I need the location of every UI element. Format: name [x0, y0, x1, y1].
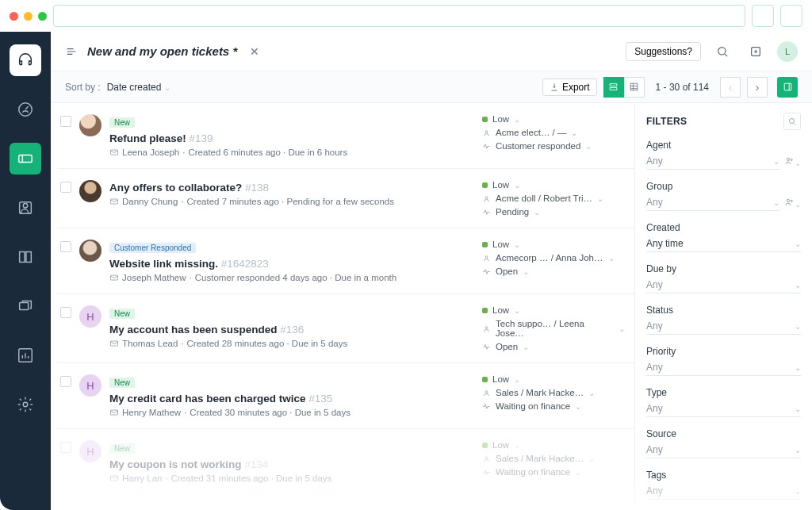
toggle-filters-button[interactable] [777, 77, 798, 98]
ticket-row[interactable]: HNewMy account has been suspended #136Th… [57, 294, 634, 363]
ticket-checkbox[interactable] [60, 307, 71, 318]
assignee-field[interactable]: Acmecorp … / Anna Joh…⌄ [482, 253, 625, 263]
ticket-title[interactable]: My credit card has been charged twice #1… [109, 393, 332, 405]
ticket-timing: Created 6 minutes ago · Due in 6 hours [188, 148, 347, 157]
sidebar-nav [0, 32, 51, 510]
ticket-checkbox[interactable] [60, 442, 71, 453]
priority-field[interactable]: Low⌄ [482, 240, 625, 249]
priority-field[interactable]: Low⌄ [482, 440, 625, 450]
card-view-button[interactable] [603, 77, 624, 98]
sidebar-item-brand[interactable] [10, 44, 41, 76]
source-icon [109, 148, 119, 157]
status-field[interactable]: Waiting on finance⌄ [482, 401, 625, 411]
filter-group-tags: TagsAny⌄ [646, 470, 801, 500]
filter-select[interactable]: Any⌄ [646, 483, 801, 500]
ticket-row[interactable]: NewRefund please! #139Leena Joseph · Cre… [57, 103, 634, 169]
priority-field[interactable]: Low⌄ [482, 305, 625, 315]
export-button[interactable]: Export [542, 79, 597, 96]
filter-select[interactable]: Any⌄ [646, 153, 779, 170]
filter-label: Group [646, 181, 801, 192]
url-bar[interactable] [53, 5, 745, 27]
priority-field[interactable]: Low⌄ [482, 114, 625, 124]
filter-select[interactable]: Any⌄ [646, 318, 801, 335]
sidebar-item-reports[interactable] [10, 339, 41, 371]
gauge-icon [17, 101, 34, 118]
ticket-list[interactable]: NewRefund please! #139Leena Joseph · Cre… [51, 103, 634, 510]
filter-select[interactable]: Any⌄ [646, 442, 801, 458]
ticket-checkbox[interactable] [60, 241, 71, 252]
status-field[interactable]: Waiting on finance⌄ [482, 467, 625, 477]
prev-page-button[interactable]: ‹ [720, 77, 741, 98]
ticket-row[interactable]: Customer RespondedWebsite link missing. … [57, 228, 634, 294]
ticket-checkbox[interactable] [60, 182, 71, 193]
filter-select[interactable]: Any⌄ [646, 277, 801, 293]
assignee-field[interactable]: Acme doll / Robert Tri…⌄ [482, 194, 625, 203]
assignee-field[interactable]: Sales / Mark Hacke…⌄ [482, 454, 625, 463]
status-field[interactable]: Customer responded⌄ [482, 141, 625, 151]
sidebar-item-settings[interactable] [10, 389, 41, 420]
sidebar-item-tickets[interactable] [10, 143, 41, 174]
chrome-button-1[interactable] [752, 5, 774, 27]
sidebar-item-solutions[interactable] [10, 241, 41, 273]
chrome-button-2[interactable] [780, 5, 802, 27]
menu-icon[interactable] [65, 45, 78, 58]
plus-box-icon [749, 45, 762, 58]
assignee-field[interactable]: Acme elect… / —⌄ [482, 128, 625, 137]
new-button[interactable] [744, 40, 768, 63]
svg-point-16 [485, 196, 488, 198]
ticket-meta: Joseph Mathew · Customer responded 4 day… [109, 273, 474, 282]
search-icon [787, 117, 797, 126]
user-icon [482, 454, 491, 463]
ticket-title[interactable]: Website link missing. #1642823 [109, 258, 269, 270]
pagination-text: 1 - 30 of 114 [651, 82, 714, 93]
table-view-button[interactable] [624, 77, 645, 98]
filter-me-toggle[interactable]: ⌄ [784, 155, 801, 169]
sidebar-item-dashboard[interactable] [10, 94, 41, 125]
priority-field[interactable]: Low⌄ [482, 374, 625, 384]
ticket-badge: New [109, 117, 135, 128]
content-row: NewRefund please! #139Leena Joseph · Cre… [51, 103, 812, 510]
ticket-row[interactable]: HNewMy coupon is not working #134Harry L… [57, 429, 634, 495]
assignee-field[interactable]: Tech suppo… / Leena Jose…⌄ [482, 319, 625, 338]
profile-avatar[interactable]: L [777, 41, 798, 62]
card-view-icon [608, 82, 619, 92]
filter-me-toggle[interactable]: ⌄ [784, 196, 801, 210]
filter-select[interactable]: Any⌄ [646, 401, 801, 417]
requester-avatar [79, 180, 102, 202]
ticket-row[interactable]: Any offers to collaborate? #138Danny Chu… [57, 169, 634, 228]
assignee-field[interactable]: Sales / Mark Hacke…⌄ [482, 388, 625, 397]
priority-field[interactable]: Low⌄ [482, 180, 625, 190]
ticket-properties: Low⌄Acmecorp … / Anna Joh…⌄Open⌄ [482, 240, 625, 282]
sidebar-item-contacts[interactable] [10, 192, 41, 224]
user-icon [482, 389, 491, 397]
filters-search-button[interactable] [783, 113, 801, 130]
filter-select[interactable]: Any time⌄ [646, 236, 801, 252]
filter-label: Tags [646, 470, 801, 481]
layers-icon [17, 297, 34, 315]
minimize-window[interactable] [24, 12, 33, 21]
filter-select[interactable]: Any⌄ [646, 194, 779, 211]
ticket-title[interactable]: My account has been suspended #136 [109, 324, 304, 336]
sidebar-item-chat[interactable] [10, 290, 41, 322]
sort-by-value[interactable]: Date created ⌄ [107, 82, 170, 93]
ticket-checkbox[interactable] [60, 116, 71, 127]
status-field[interactable]: Open⌄ [482, 342, 625, 351]
close-window[interactable] [10, 12, 18, 21]
close-view-button[interactable]: ✕ [247, 44, 262, 59]
ticket-meta: Harry Lan · Created 31 minutes ago · Due… [109, 474, 474, 483]
suggestions-button[interactable]: Suggestions? [626, 42, 701, 61]
ticket-row[interactable]: HNewMy credit card has been charged twic… [57, 363, 634, 429]
ticket-title[interactable]: Any offers to collaborate? #138 [109, 182, 269, 194]
search-button[interactable] [710, 40, 734, 63]
user-icon [482, 324, 491, 333]
filter-select[interactable]: Any⌄ [646, 359, 801, 376]
maximize-window[interactable] [38, 12, 47, 21]
ticket-title[interactable]: My coupon is not working #134 [109, 458, 268, 470]
ticket-title[interactable]: Refund please! #139 [109, 132, 213, 144]
view-toggle [603, 77, 645, 98]
ticket-checkbox[interactable] [60, 376, 71, 387]
ticket-body: NewMy account has been suspended #136Tho… [109, 305, 474, 351]
status-field[interactable]: Pending⌄ [482, 207, 625, 217]
next-page-button[interactable]: › [747, 77, 768, 98]
status-field[interactable]: Open⌄ [482, 267, 625, 276]
